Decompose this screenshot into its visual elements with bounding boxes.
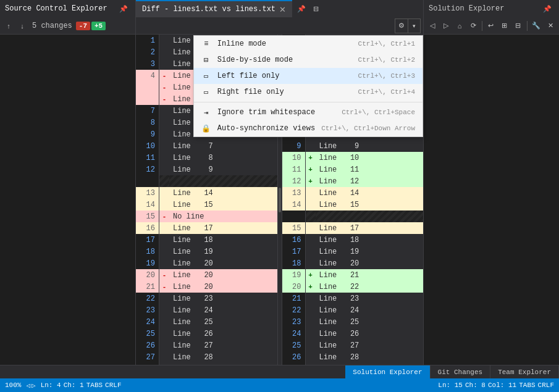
bottom-tab-team-explorer[interactable]: Team Explorer xyxy=(490,365,559,378)
sol-pane[interactable]: ⊞ xyxy=(498,19,511,33)
bottom-tab-bar: Solution ExplorerGit ChangesTeam Explore… xyxy=(0,365,559,378)
line-text: Line 25 xyxy=(316,316,424,328)
line-text: Line 21 xyxy=(316,269,424,281)
line-text xyxy=(316,211,424,222)
right-line-row: 23Line 25 xyxy=(282,316,424,328)
line-prefix xyxy=(159,152,169,164)
nav-right[interactable]: ▷ xyxy=(32,382,36,390)
line-number: 16 xyxy=(136,222,159,234)
diff-close-btn[interactable]: ✕ xyxy=(279,5,286,14)
line-text: Line 18 xyxy=(169,234,277,246)
sol-tools[interactable]: 🔧 xyxy=(530,19,543,33)
line-text: Line 9 xyxy=(169,164,277,175)
menu-item-leftfile[interactable]: ▭ Left file only Ctrl+\, Ctrl+3 xyxy=(194,68,422,84)
line-number xyxy=(282,211,306,222)
menu-item-inline[interactable]: ≡ Inline mode Ctrl+\, Ctrl+1 xyxy=(194,36,422,52)
left-line-row: 17Line 18 xyxy=(136,234,277,246)
left-line-row: 14Line 15 xyxy=(136,199,277,211)
status-ln-right: Ln: 15 xyxy=(438,382,463,389)
inline-label: Inline mode xyxy=(217,40,352,48)
line-text: Line 24 xyxy=(169,304,277,316)
line-number: 3 xyxy=(136,58,159,70)
line-text: Line 15 xyxy=(316,199,424,211)
settings-dropdown-arrow[interactable]: ▾ xyxy=(408,19,420,33)
line-text: line 10 xyxy=(316,152,424,164)
line-prefix xyxy=(159,164,169,175)
sol-close[interactable]: ✕ xyxy=(544,19,557,33)
line-number: 10 xyxy=(136,140,159,152)
status-crlf-left: CRLF xyxy=(105,382,121,389)
down-btn[interactable]: ↓ xyxy=(16,19,28,33)
pin-btn[interactable]: 📌 xyxy=(117,2,130,15)
line-prefix xyxy=(306,246,316,257)
line-number xyxy=(136,81,159,93)
source-control-panel xyxy=(0,35,136,365)
line-prefix xyxy=(159,35,169,46)
sol-forward[interactable]: ▷ xyxy=(440,19,452,33)
line-prefix: + xyxy=(306,281,316,293)
line-prefix xyxy=(159,117,169,128)
line-text xyxy=(169,175,277,187)
line-prefix xyxy=(306,328,316,340)
nav-left[interactable]: ◁ xyxy=(26,382,30,390)
leftfile-icon: ▭ xyxy=(201,71,211,81)
menu-item-rightfile[interactable]: ▭ Right file only Ctrl+\, Ctrl+4 xyxy=(194,84,422,100)
sol-split[interactable]: ⊟ xyxy=(512,19,524,33)
line-prefix xyxy=(159,46,169,58)
line-number: 18 xyxy=(282,257,306,269)
lock-layout-btn[interactable]: 📌 xyxy=(295,2,308,15)
bottom-tab-git-changes[interactable]: Git Changes xyxy=(431,365,491,378)
line-text: Line 26 xyxy=(169,328,277,340)
line-number: 13 xyxy=(136,187,159,199)
menu-item-sidebyside[interactable]: ⊟ Side-by-side mode Ctrl+\, Ctrl+2 xyxy=(194,52,422,68)
left-line-row: 16Line 17 xyxy=(136,222,277,234)
left-line-row xyxy=(136,175,277,187)
line-prefix xyxy=(306,293,316,304)
gear-dropdown-btn[interactable]: ⚙ ▾ xyxy=(395,19,421,33)
line-text: Line 25 xyxy=(169,316,277,328)
menu-item-trimws[interactable]: ⇥ Ignore trim whitespace Ctrl+\, Ctrl+Sp… xyxy=(194,104,422,120)
right-line-row: 18Line 20 xyxy=(282,257,424,269)
sol-back[interactable]: ◁ xyxy=(426,19,439,33)
line-number: 9 xyxy=(136,128,159,140)
bottom-tab-solution-explorer[interactable]: Solution Explorer xyxy=(345,365,430,378)
menu-separator xyxy=(194,102,422,102)
line-number xyxy=(136,93,159,105)
line-number: 26 xyxy=(136,340,159,351)
right-line-row: 22Line 24 xyxy=(282,304,424,316)
line-prefix xyxy=(306,199,316,211)
up-btn[interactable]: ↑ xyxy=(2,19,15,33)
new-vert-btn[interactable]: ⊟ xyxy=(309,2,322,15)
right-line-row: 26Line 28 xyxy=(282,351,424,363)
menu-item-autosync[interactable]: 🔒 Auto-synchronize views Ctrl+\, Ctrl+Do… xyxy=(194,120,422,136)
line-number: 23 xyxy=(136,304,159,316)
toolbar-sep-2 xyxy=(527,21,527,31)
sol-pin-btn[interactable]: 📌 xyxy=(540,2,554,15)
line-number: 2 xyxy=(136,46,159,58)
right-line-row: 21Line 23 xyxy=(282,293,424,304)
status-crlf-right: CRLF xyxy=(538,382,554,389)
left-line-row: 20-Line 20 xyxy=(136,269,277,281)
sol-undo[interactable]: ↩ xyxy=(485,19,497,33)
sol-home[interactable]: ⌂ xyxy=(453,19,466,33)
autosync-label: Auto-synchronize views xyxy=(217,124,315,133)
rightfile-shortcut: Ctrl+\, Ctrl+4 xyxy=(358,88,415,96)
right-line-row: 10+line 10 xyxy=(282,152,424,164)
line-text: No line xyxy=(169,211,277,222)
sol-refresh[interactable]: ⟳ xyxy=(467,19,479,33)
line-text: Line 19 xyxy=(316,246,424,257)
line-number: 22 xyxy=(282,304,306,316)
line-prefix xyxy=(306,211,316,222)
line-number: 19 xyxy=(136,257,159,269)
line-number: 1 xyxy=(136,35,159,46)
line-text: Line 20 xyxy=(169,269,277,281)
line-prefix xyxy=(306,187,316,199)
left-line-row: 21-Line 20 xyxy=(136,281,277,293)
line-prefix xyxy=(159,316,169,328)
line-prefix xyxy=(306,316,316,328)
line-text: Line 17 xyxy=(169,222,277,234)
trimws-shortcut: Ctrl+\, Ctrl+Space xyxy=(342,109,415,116)
line-text: Line 22 xyxy=(316,281,424,293)
line-text: Line 27 xyxy=(316,340,424,351)
settings-gear[interactable]: ⚙ xyxy=(395,19,408,33)
